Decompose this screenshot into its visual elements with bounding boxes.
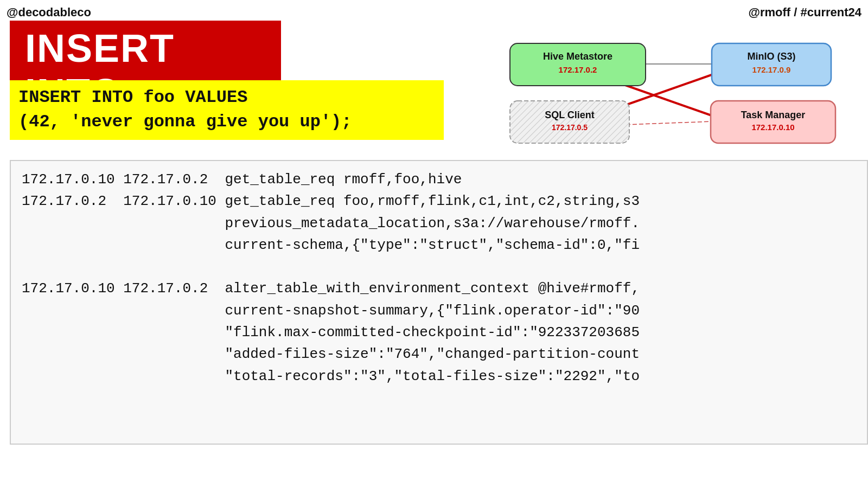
svg-rect-4 [510, 43, 646, 86]
task-node-label: Task Manager [741, 110, 806, 120]
log-output-area: 172.17.0.10 172.17.0.2 get_table_req rmo… [10, 160, 868, 445]
network-diagram: Hive Metastore 172.17.0.2 MinIO (S3) 172… [461, 21, 863, 162]
sql-node-label: SQL Client [545, 110, 595, 120]
sql-node-ip: 172.17.0.5 [552, 123, 588, 132]
svg-rect-5 [712, 43, 831, 86]
header-right-username: @rmoff / #current24 [748, 5, 861, 20]
svg-rect-9 [711, 101, 835, 143]
svg-rect-8 [510, 101, 629, 143]
minio-node-ip: 172.17.0.9 [752, 65, 791, 74]
hive-node-ip: 172.17.0.2 [559, 65, 597, 74]
minio-node-label: MinIO (S3) [748, 51, 796, 62]
task-node-ip: 172.17.0.10 [751, 123, 794, 132]
code-block-text: INSERT INTO foo VALUES (42, 'never gonna… [18, 86, 435, 134]
log-text-content: 172.17.0.10 172.17.0.2 get_table_req rmo… [22, 169, 856, 387]
hive-node-label: Hive Metastore [543, 51, 612, 62]
code-block: INSERT INTO foo VALUES (42, 'never gonna… [10, 80, 444, 140]
header-left-username: @decodableco [7, 5, 91, 20]
